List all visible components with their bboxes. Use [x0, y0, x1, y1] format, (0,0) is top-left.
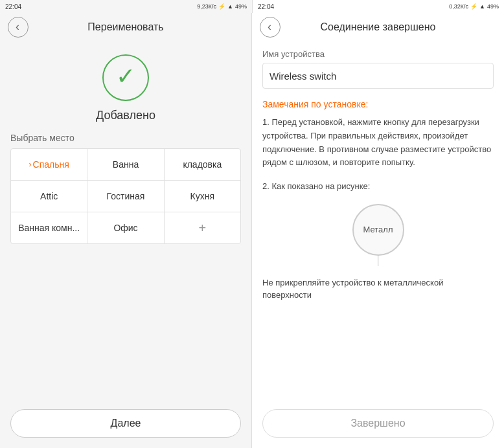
- metal-label: Металл: [363, 225, 393, 234]
- success-circle: ✓: [102, 54, 149, 101]
- note2-text: 2. Как показано на рисунке:: [262, 180, 494, 194]
- time-right: 22:04: [258, 3, 274, 10]
- place-cell-спальня[interactable]: › Спальня: [11, 149, 87, 180]
- device-name-label: Имя устройства: [262, 49, 494, 59]
- signal-info-left: 9,23К/с: [197, 3, 216, 10]
- place-cell-офис[interactable]: Офис: [87, 212, 164, 243]
- bottom-btn-area-right: Завершено: [252, 399, 504, 448]
- no-metal-text: Не прикрепляйте устройство к металлическ…: [262, 276, 494, 302]
- place-cell-attic[interactable]: Attic: [11, 181, 87, 212]
- diagram-area: Металл: [262, 204, 494, 269]
- place-section: Выбрать место › Спальня Ванна кладовка A…: [0, 133, 251, 399]
- place-cell-кладовка[interactable]: кладовка: [165, 149, 240, 180]
- check-icon: ✓: [116, 65, 135, 88]
- left-panel: 22:04 9,23К/с ⚡ ▲ 49% Переименовать ✓ До…: [0, 0, 252, 448]
- metal-diagram: Металл: [352, 204, 404, 269]
- nav-header-left: Переименовать: [0, 13, 251, 41]
- nav-title-left: Переименовать: [87, 21, 163, 33]
- metal-circle: Металл: [352, 204, 404, 256]
- status-icons-left: 9,23К/с ⚡ ▲ 49%: [197, 3, 247, 10]
- place-cell-гостиная[interactable]: Гостиная: [87, 181, 164, 212]
- status-icons-right: 0,32К/с ⚡ ▲ 49%: [449, 3, 499, 10]
- place-section-label: Выбрать место: [10, 133, 241, 143]
- battery-left: 49%: [235, 3, 247, 10]
- success-section: ✓ Добавлено: [0, 41, 251, 133]
- place-cell-add[interactable]: +: [165, 212, 240, 243]
- bottom-btn-area-left: Далее: [0, 399, 251, 448]
- nav-title-right: Соединение завершено: [321, 21, 436, 33]
- nav-header-right: Соединение завершено: [252, 13, 504, 41]
- status-bar-right: 22:04 0,32К/с ⚡ ▲ 49%: [252, 0, 504, 13]
- add-place-icon: +: [198, 221, 206, 236]
- place-row-3: Ванная комн... Офис +: [11, 212, 240, 243]
- next-button[interactable]: Далее: [10, 409, 241, 438]
- place-row-1: › Спальня Ванна кладовка: [11, 149, 240, 181]
- place-cell-ванна[interactable]: Ванна: [87, 149, 164, 180]
- status-bar-left: 22:04 9,23К/с ⚡ ▲ 49%: [0, 0, 252, 13]
- place-cell-ванная-комн[interactable]: Ванная комн...: [11, 212, 87, 243]
- bt-icon-right: ⚡: [470, 3, 477, 10]
- notes-title: Замечания по установке:: [262, 99, 494, 109]
- place-row-2: Attic Гостиная Кухня: [11, 181, 240, 212]
- wifi-icon: ▲: [227, 3, 233, 10]
- device-name-input[interactable]: [262, 63, 494, 89]
- time-left: 22:04: [5, 3, 21, 10]
- bt-icon: ⚡: [218, 3, 225, 10]
- finish-button[interactable]: Завершено: [262, 409, 494, 438]
- battery-right: 49%: [487, 3, 499, 10]
- signal-info-right: 0,32К/с: [449, 3, 468, 10]
- right-content: Имя устройства Замечания по установке: 1…: [252, 41, 504, 399]
- active-arrow-icon: ›: [29, 160, 32, 169]
- success-label: Добавлено: [96, 109, 155, 122]
- place-grid: › Спальня Ванна кладовка Attic Гостиная: [10, 148, 241, 244]
- note1-text: 1. Перед установкой, нажмите кнопку для …: [262, 116, 494, 170]
- back-button-left[interactable]: [8, 17, 29, 38]
- metal-line: [378, 254, 379, 266]
- right-panel: 22:04 0,32К/с ⚡ ▲ 49% Соединение заверше…: [252, 0, 504, 448]
- wifi-icon-right: ▲: [479, 3, 485, 10]
- place-cell-кухня[interactable]: Кухня: [165, 181, 240, 212]
- back-button-right[interactable]: [260, 17, 281, 38]
